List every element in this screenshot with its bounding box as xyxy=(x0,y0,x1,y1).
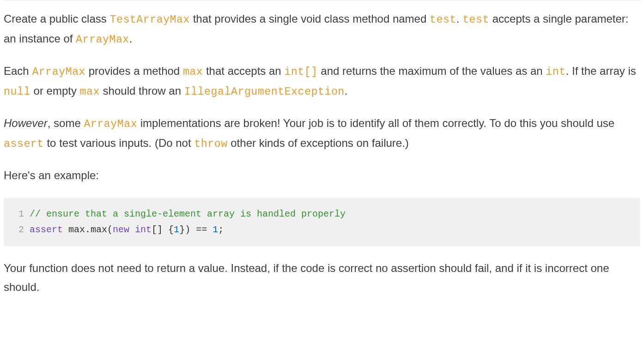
paragraph-2: Each ArrayMax provides a method max that… xyxy=(4,62,640,101)
text: . xyxy=(129,32,133,45)
text: Each xyxy=(4,65,32,77)
code-text: ; xyxy=(218,224,224,235)
text: , some xyxy=(48,117,84,129)
text: other kinds of exceptions on failure.) xyxy=(228,137,409,149)
text: . xyxy=(456,12,462,25)
paragraph-1: Create a public class TestArrayMax that … xyxy=(4,10,640,49)
code-keyword: new xyxy=(113,224,129,235)
text: . xyxy=(345,84,348,97)
code-null: null xyxy=(4,86,30,98)
code-throw: throw xyxy=(194,138,227,150)
code-int: int xyxy=(546,66,565,78)
code-test: test xyxy=(462,14,489,26)
text: and returns the maximum of the values as… xyxy=(318,65,546,77)
code-keyword: int xyxy=(135,224,152,235)
code-text: }) == xyxy=(179,224,213,235)
code-assert: assert xyxy=(4,138,44,150)
text: implementations are broken! Your job is … xyxy=(137,117,614,129)
text: or empty xyxy=(30,84,80,97)
code-number: 1 xyxy=(174,224,179,235)
text: that provides a single void class method… xyxy=(190,12,430,25)
paragraph-3: However, some ArrayMax implementations a… xyxy=(4,114,640,153)
text: provides a method xyxy=(85,65,183,77)
code-number: 1 xyxy=(213,224,218,235)
divider xyxy=(4,0,640,0)
code-testarraymax: TestArrayMax xyxy=(109,14,190,26)
text: Create a public class xyxy=(4,12,109,25)
text: . If the array is xyxy=(566,65,636,77)
code-max: max xyxy=(80,86,100,98)
text: Here's an example: xyxy=(4,169,99,181)
line-number: 1 xyxy=(11,206,24,222)
text: Your function does not need to return a … xyxy=(4,262,609,293)
code-illegalargumentexception: IllegalArgumentException xyxy=(184,86,345,98)
code-arraymax: ArrayMax xyxy=(32,66,85,78)
paragraph-4: Here's an example: xyxy=(4,166,640,185)
code-text xyxy=(129,224,135,235)
code-comment: // ensure that a single-element array is… xyxy=(30,209,346,219)
code-keyword: assert xyxy=(30,224,63,235)
text: that accepts an xyxy=(203,65,284,77)
line-number: 2 xyxy=(11,222,24,238)
code-max: max xyxy=(183,66,203,78)
text: to test various inputs. (Do not xyxy=(44,137,194,149)
paragraph-5: Your function does not need to return a … xyxy=(4,259,640,297)
text-emphasis: However xyxy=(4,117,48,129)
code-text: [] { xyxy=(152,224,174,235)
text: should throw an xyxy=(100,84,184,97)
code-intarray: int[] xyxy=(284,66,317,78)
code-arraymax: ArrayMax xyxy=(84,118,137,130)
code-text: max.max( xyxy=(63,224,113,235)
code-example: 1// ensure that a single-element array i… xyxy=(4,198,640,246)
code-test: test xyxy=(430,14,456,26)
code-arraymax: ArrayMax xyxy=(76,34,129,46)
